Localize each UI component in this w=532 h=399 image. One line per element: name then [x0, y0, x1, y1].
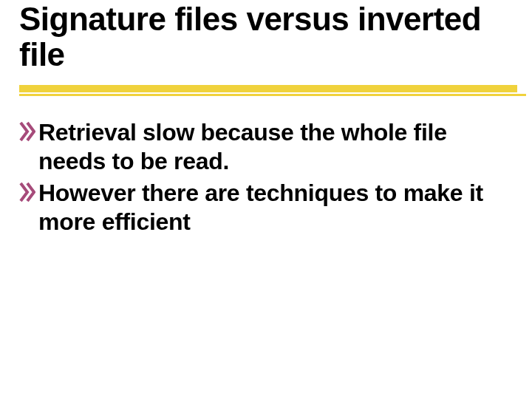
slide-body: Retrieval slow because the whole file ne…: [19, 118, 502, 239]
title-underline: [0, 85, 532, 98]
bullet-icon: [19, 182, 35, 202]
list-item: However there are techniques to make it …: [19, 179, 502, 236]
bullet-text: However there are techniques to make it …: [38, 180, 483, 235]
bullet-text: Retrieval slow because the whole file ne…: [38, 119, 447, 174]
list-item: Retrieval slow because the whole file ne…: [19, 118, 502, 176]
slide-title: Signature files versus inverted file: [19, 1, 513, 72]
underline-thin: [19, 94, 526, 96]
bullet-icon: [19, 121, 35, 142]
slide: Signature files versus inverted file Ret…: [0, 0, 532, 399]
underline-thick: [19, 85, 517, 92]
